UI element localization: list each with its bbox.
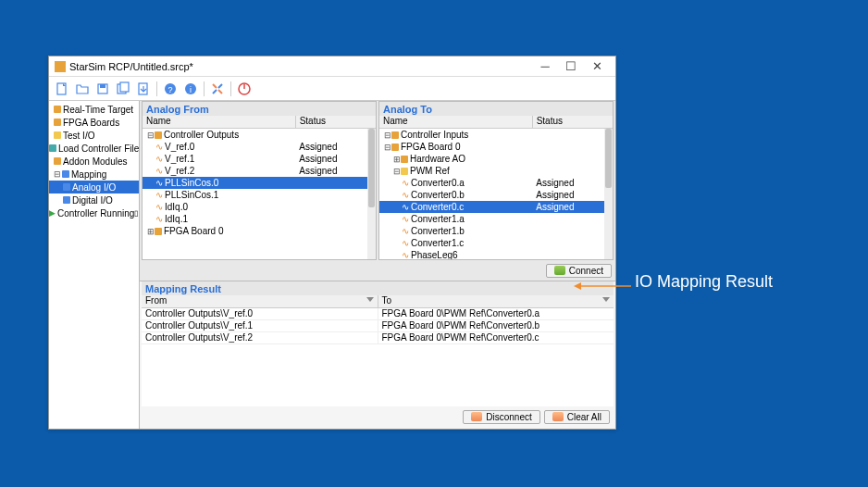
tree-row[interactable]: ∿V_ref.1Assigned bbox=[143, 153, 376, 165]
col-to[interactable]: To bbox=[378, 295, 614, 307]
sidebar-item[interactable]: Analog I/O bbox=[49, 181, 139, 194]
tree-label: FPGA Boards bbox=[63, 118, 119, 128]
expand-icon[interactable]: ⊟ bbox=[392, 167, 401, 176]
row-label: Converter0.b bbox=[411, 190, 465, 200]
mapping-row[interactable]: Controller Outputs\V_ref.2FPGA Board 0\P… bbox=[142, 332, 614, 344]
map-to: FPGA Board 0\PWM Ref\Converter0.b bbox=[378, 320, 614, 331]
tree-row[interactable]: ∿IdIq.0 bbox=[143, 201, 376, 213]
tree-row[interactable]: ∿Converter1.b bbox=[379, 225, 613, 237]
tree-row[interactable]: ∿Converter1.a bbox=[379, 213, 613, 225]
signal-icon: ∿ bbox=[155, 154, 163, 164]
info-icon[interactable]: i bbox=[181, 80, 200, 98]
map-to: FPGA Board 0\PWM Ref\Converter0.a bbox=[378, 308, 614, 319]
sidebar-item[interactable]: ▶Controller Running ▯ bbox=[49, 206, 139, 219]
app-window: StarSim RCP/Untitled.srcp* ─ ☐ ✕ ? i Rea… bbox=[48, 56, 616, 430]
row-label: V_ref.0 bbox=[165, 142, 194, 152]
save-icon[interactable] bbox=[93, 80, 112, 98]
sidebar-item[interactable]: Load Controller File bbox=[49, 142, 139, 155]
open-folder-icon[interactable] bbox=[73, 80, 92, 98]
tree-row[interactable]: ∿IdIq.1 bbox=[143, 213, 376, 225]
col-status[interactable]: Status bbox=[296, 116, 376, 128]
expand-icon[interactable]: ⊞ bbox=[146, 227, 155, 236]
tree-row[interactable]: ∿Converter1.c bbox=[379, 237, 613, 249]
tree-row[interactable]: ∿V_ref.0Assigned bbox=[143, 141, 376, 153]
sidebar-item[interactable]: Test I/O bbox=[49, 129, 139, 142]
filter-icon[interactable] bbox=[366, 297, 374, 302]
expand-icon[interactable]: ⊞ bbox=[392, 155, 401, 164]
row-status: Assigned bbox=[534, 189, 613, 201]
scrollbar[interactable] bbox=[604, 129, 613, 259]
connect-label: Connect bbox=[569, 266, 603, 276]
analog-from-title: Analog From bbox=[143, 102, 376, 116]
sidebar-item[interactable]: Digital I/O bbox=[49, 194, 139, 206]
tree-row[interactable]: ∿V_ref.2Assigned bbox=[143, 165, 376, 177]
clear-icon bbox=[552, 412, 564, 421]
col-name[interactable]: Name bbox=[143, 116, 296, 128]
row-status: Assigned bbox=[534, 201, 613, 213]
col-name[interactable]: Name bbox=[379, 116, 533, 128]
disconnect-button[interactable]: Disconnect bbox=[463, 410, 539, 424]
row-label: PWM Ref bbox=[410, 166, 450, 176]
map-from: Controller Outputs\V_ref.1 bbox=[142, 320, 378, 331]
close-button[interactable]: ✕ bbox=[584, 58, 610, 75]
sidebar-item[interactable]: ⊟Mapping bbox=[49, 168, 139, 181]
folder-icon bbox=[54, 119, 61, 126]
tree-row[interactable]: ∿PLLSinCos.1 bbox=[143, 189, 376, 201]
tree-row[interactable]: ∿Converter0.bAssigned bbox=[379, 189, 613, 201]
row-status bbox=[534, 249, 613, 259]
row-label: FPGA Board 0 bbox=[401, 142, 460, 152]
filter-icon[interactable] bbox=[602, 297, 610, 302]
tree-row[interactable]: ⊟Controller Inputs bbox=[379, 129, 613, 141]
tree-row[interactable]: ∿PhaseLeg6 bbox=[379, 249, 613, 259]
sidebar-item[interactable]: Addon Modules bbox=[49, 155, 139, 168]
expand-icon[interactable]: ⊟ bbox=[383, 131, 391, 140]
signal-icon: ∿ bbox=[402, 226, 409, 236]
sidebar-item[interactable]: FPGA Boards bbox=[49, 116, 139, 129]
nav-tree: Real-Time TargetFPGA BoardsTest I/OLoad … bbox=[49, 101, 140, 429]
connect-button[interactable]: Connect bbox=[546, 264, 612, 278]
mapping-row[interactable]: Controller Outputs\V_ref.1FPGA Board 0\P… bbox=[142, 320, 614, 332]
expand-icon[interactable]: ⊟ bbox=[383, 143, 391, 152]
expand-icon[interactable]: ⊟ bbox=[53, 169, 61, 179]
maximize-button[interactable]: ☐ bbox=[558, 58, 584, 75]
folder-icon bbox=[63, 183, 70, 191]
export-icon[interactable] bbox=[134, 80, 153, 98]
save-as-icon[interactable] bbox=[114, 80, 132, 98]
clear-all-button[interactable]: Clear All bbox=[544, 410, 610, 424]
signal-icon: ∿ bbox=[402, 178, 409, 188]
tree-row[interactable]: ⊟Controller Outputs bbox=[143, 129, 376, 141]
tree-row[interactable]: ⊟FPGA Board 0 bbox=[379, 141, 613, 153]
cursor-icon: ▯ bbox=[134, 209, 138, 218]
callout-label: IO Mapping Result bbox=[635, 272, 773, 292]
minimize-button[interactable]: ─ bbox=[532, 58, 558, 75]
row-label: Hardware AO bbox=[410, 154, 465, 164]
new-file-icon[interactable] bbox=[53, 80, 71, 98]
tool-icon[interactable] bbox=[208, 80, 227, 98]
tree-row[interactable]: ⊞Hardware AO bbox=[379, 153, 613, 165]
unlink-icon bbox=[471, 412, 482, 421]
scrollbar[interactable] bbox=[367, 129, 376, 259]
mapping-row[interactable]: Controller Outputs\V_ref.0FPGA Board 0\P… bbox=[142, 308, 614, 320]
signal-icon: ∿ bbox=[155, 142, 163, 152]
folder-icon bbox=[54, 157, 61, 165]
signal-icon: ∿ bbox=[402, 238, 409, 248]
toolbar: ? i bbox=[49, 77, 615, 101]
col-from[interactable]: From bbox=[142, 295, 378, 307]
tree-row[interactable]: ⊞FPGA Board 0 bbox=[143, 225, 376, 237]
col-status[interactable]: Status bbox=[533, 116, 613, 128]
help-icon[interactable]: ? bbox=[161, 80, 180, 98]
row-status bbox=[297, 225, 376, 237]
tree-row[interactable]: ∿PLLSinCos.0 bbox=[143, 177, 376, 189]
tree-row[interactable]: ⊟PWM Ref bbox=[379, 165, 613, 177]
window-title: StarSim RCP/Untitled.srcp* bbox=[69, 61, 193, 72]
row-label: Converter1.b bbox=[411, 226, 465, 236]
expand-icon[interactable]: ⊟ bbox=[146, 131, 155, 140]
tree-row[interactable]: ∿Converter0.cAssigned bbox=[379, 201, 613, 213]
sidebar-item[interactable]: Real-Time Target bbox=[49, 103, 139, 116]
tree-row[interactable]: ∿Converter0.aAssigned bbox=[379, 177, 613, 189]
row-label: V_ref.2 bbox=[165, 166, 194, 176]
power-icon[interactable] bbox=[235, 80, 254, 98]
disconnect-label: Disconnect bbox=[486, 412, 531, 422]
signal-icon: ∿ bbox=[155, 190, 163, 200]
map-from: Controller Outputs\V_ref.0 bbox=[142, 308, 378, 319]
